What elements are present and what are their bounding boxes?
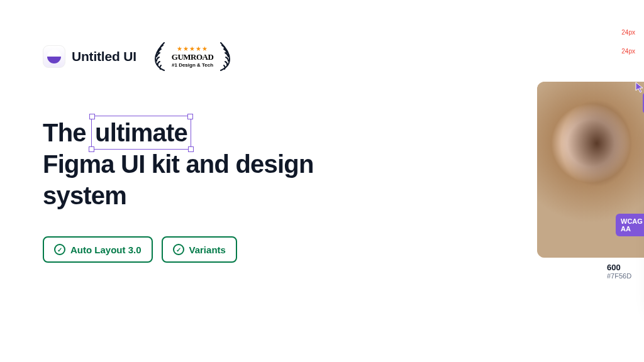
color-swatch: 600 #7F56D (607, 263, 644, 280)
logo: Untitled UI (43, 45, 136, 68)
swatch-num: 600 (607, 263, 644, 272)
dim-label-2: 24px (621, 48, 635, 55)
dim-label-1: 24px (621, 29, 635, 36)
cursor-icon (635, 82, 644, 93)
pill-autolayout[interactable]: ✓ Auto Layout 3.0 (43, 236, 153, 263)
stars-icon: ★★★★★ (172, 45, 214, 52)
laurel-right-icon (216, 40, 233, 73)
selected-word: ultimate (92, 117, 190, 148)
gumroad-label: GUMROAD (172, 52, 214, 62)
pill-variants[interactable]: ✓ Variants (162, 236, 237, 263)
gumroad-sub: #1 Design & Tech (172, 62, 214, 68)
swatch-hex: #7F56D (607, 272, 644, 280)
laurel-badge: ★★★★★ GUMROAD #1 Design & Tech (152, 40, 234, 73)
brand-name: Untitled UI (72, 49, 136, 64)
check-circle-icon: ✓ (54, 244, 65, 255)
wcag-badge: WCAG AA (616, 214, 644, 236)
header-row: Untitled UI ★★★★★ GUMROAD #1 Design & Te… (43, 40, 321, 73)
check-circle-icon: ✓ (173, 244, 184, 255)
logo-icon (43, 45, 65, 68)
laurel-left-icon (152, 40, 169, 73)
feature-pills: ✓ Auto Layout 3.0 ✓ Variants (43, 236, 321, 263)
page-headline: The ultimate Figma UI kit and design sys… (43, 117, 321, 211)
